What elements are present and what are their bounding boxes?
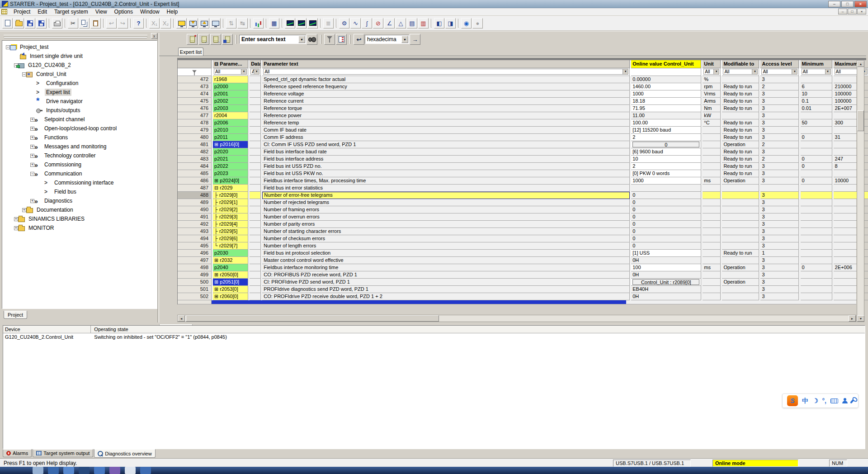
table-row[interactable]: 479 p2010 Comm IF baud rate [12] 115200 …	[178, 127, 856, 134]
online-value-cell[interactable]: 10	[631, 156, 701, 163]
list-button[interactable]: ≣	[323, 18, 334, 28]
horizontal-scrollbar[interactable]: ◄ ►	[177, 315, 856, 322]
ime-keyboard-icon[interactable]	[830, 398, 838, 403]
child-close-button[interactable]: ×	[857, 9, 866, 14]
diagnostics-row[interactable]: G120_CU240B_2.Control_Unit Switching on …	[3, 333, 865, 341]
tree-expander[interactable]: +	[30, 163, 34, 167]
tree-item[interactable]: − G120_CU240B_2	[2, 61, 157, 70]
online-value-cell[interactable]: 0	[631, 141, 701, 148]
table-row[interactable]: 484 p2022 Field bus int USS PZD no. 2 Re…	[178, 163, 856, 170]
online-value-cell[interactable]: 2	[631, 163, 701, 170]
taskbar-app-5[interactable]	[94, 467, 105, 474]
download-to-target-button[interactable]	[188, 18, 198, 28]
online-value-cell[interactable]: 1460.00	[631, 83, 701, 90]
tree-expander[interactable]: −	[22, 72, 26, 76]
dock-tab[interactable]: Diagnostics overview	[94, 449, 155, 458]
taskbar-app-7[interactable]	[125, 467, 136, 474]
previous-view-button[interactable]: ↩	[354, 34, 364, 45]
split-left-button[interactable]: ◧	[434, 18, 444, 28]
col-header-parameter-text[interactable]: Parameter text	[262, 60, 630, 68]
menu-item[interactable]: Window	[137, 8, 163, 15]
copy-button[interactable]	[79, 18, 90, 28]
table-row[interactable]: 502 ⊞ r2060[0] CO: PROFIdrive PZD receiv…	[178, 293, 856, 300]
open-project-button[interactable]	[14, 18, 24, 28]
col-header-device[interactable]: Device	[3, 326, 91, 333]
table-row[interactable]: 474 p2001 Reference voltage 1000 Vrms Re…	[178, 90, 856, 98]
deselect-x2-button[interactable]: X₂	[160, 18, 171, 28]
online-value-cell[interactable]: 0H	[631, 293, 701, 300]
col-header-access-level[interactable]: Access level	[760, 60, 799, 68]
menu-item[interactable]: View	[92, 8, 111, 15]
find-button[interactable]	[307, 34, 317, 45]
table-row[interactable]: 477 r2004 Reference power 11.00 kW 3	[178, 112, 856, 119]
filter-minimum[interactable]: All▼	[801, 68, 832, 76]
table-row[interactable]: 478 p2006 Reference temp 100.00 °C Ready…	[178, 119, 856, 127]
tree-item[interactable]: + Open-loop/closed-loop control	[2, 124, 157, 133]
filter-parameter[interactable]: All▼	[213, 68, 248, 76]
menu-item[interactable]: Project	[10, 8, 34, 15]
tree-item[interactable]: + MONITOR	[2, 223, 157, 232]
paste-button[interactable]	[90, 18, 101, 28]
filter-modifiable[interactable]: All▼	[722, 68, 759, 76]
close-button[interactable]: ×	[854, 1, 867, 7]
filter-button[interactable]	[324, 34, 335, 45]
scroll-left-icon[interactable]: ◄	[178, 315, 185, 322]
chevron-down-icon[interactable]: ▼	[401, 36, 408, 43]
ime-logo[interactable]: S	[787, 395, 798, 406]
table-row[interactable]: 476 p2003 Reference torque 71.95 Nm Read…	[178, 105, 856, 112]
tree-item[interactable]: Drive navigator	[2, 97, 157, 106]
export-list-button[interactable]	[210, 34, 221, 45]
table-row[interactable]: 486 ⊞ p2024[0] Fieldbus interface times,…	[178, 177, 856, 185]
upload-from-target-button[interactable]	[199, 18, 209, 28]
table-row[interactable]: 498 p2040 Fieldbus interface monitoring …	[178, 264, 856, 271]
integrator-button[interactable]: ʃ	[362, 18, 372, 28]
table-row[interactable]: 490 ├ r2029[2] Number of framing errors …	[178, 206, 856, 213]
table-row[interactable]: 482 p2020 Field bus interface baud rate …	[178, 148, 856, 156]
save-compile-button[interactable]	[36, 18, 47, 28]
online-value-cell[interactable]: 0	[631, 228, 701, 235]
online-value-cell[interactable]: 0	[631, 213, 701, 221]
filter-parameter-text[interactable]: All▼	[262, 68, 630, 76]
online-value-cell[interactable]: EB40H	[631, 286, 701, 293]
col-header-parameter[interactable]: ⊟ Parame...	[213, 60, 248, 68]
tree-item[interactable]: + Functions	[2, 133, 157, 142]
tree-item[interactable]: − Control_Unit	[2, 70, 157, 79]
new-parameter-view-button[interactable]	[187, 34, 198, 45]
table-row[interactable]: 500 ⊞ p2051[0] CI: PROFIdrive PZD send w…	[178, 279, 856, 286]
online-value-cell[interactable]: 1000	[631, 177, 701, 185]
deselect-x1-button[interactable]: X₁	[149, 18, 160, 28]
search-input[interactable]: Enter search text ▼	[239, 35, 306, 44]
taskbar-app-8[interactable]	[140, 467, 151, 474]
signal-trace-button[interactable]: ∿	[350, 18, 361, 28]
filter-data[interactable]: A▼	[250, 68, 261, 76]
chart-button[interactable]	[253, 18, 264, 28]
online-value-cell[interactable]: 0	[631, 242, 701, 250]
tree-item[interactable]: Insert single drive unit	[2, 52, 157, 61]
table-row[interactable]: 485 p2023 Field bus int USS PKW no. [0] …	[178, 170, 856, 177]
maximize-button[interactable]: □	[841, 1, 854, 7]
scroll-right-icon[interactable]: ►	[849, 315, 856, 322]
minimize-button[interactable]: –	[828, 1, 840, 7]
table-row[interactable]: 480 p2011 Comm IF address 2 Ready to run…	[178, 134, 856, 141]
online-value-cell[interactable]: 0H	[631, 271, 701, 279]
online-value-cell[interactable]: 100	[631, 264, 701, 271]
number-format-select[interactable]: hexadecima ▼	[365, 35, 409, 44]
menu-item[interactable]: Target system	[51, 8, 92, 15]
tree-expander[interactable]: +	[30, 199, 34, 203]
tree-expander[interactable]: +	[30, 145, 34, 149]
tree-item[interactable]: Field bus	[2, 187, 157, 196]
online-value-cell[interactable]: 0.00000	[631, 76, 701, 83]
tree-item[interactable]: + Commissioning	[2, 160, 157, 169]
redo-button[interactable]: ↪	[118, 18, 128, 28]
online-value-cell[interactable]: [12] 115200 baud	[631, 127, 701, 134]
tree-expander[interactable]: +	[14, 226, 18, 230]
stop-button[interactable]: ●	[472, 18, 483, 28]
accessible-nodes-button[interactable]	[176, 18, 187, 28]
alarm-grid-button[interactable]: ▥	[418, 18, 429, 28]
taskbar-app-1[interactable]	[33, 467, 43, 474]
online-value-cell[interactable]: 0H	[631, 257, 701, 264]
cut-button[interactable]: ✂	[68, 18, 78, 28]
angle-button[interactable]: ∠	[384, 18, 395, 28]
chevron-down-icon[interactable]: ▼	[298, 36, 305, 43]
tree-expander[interactable]: +	[14, 217, 18, 221]
